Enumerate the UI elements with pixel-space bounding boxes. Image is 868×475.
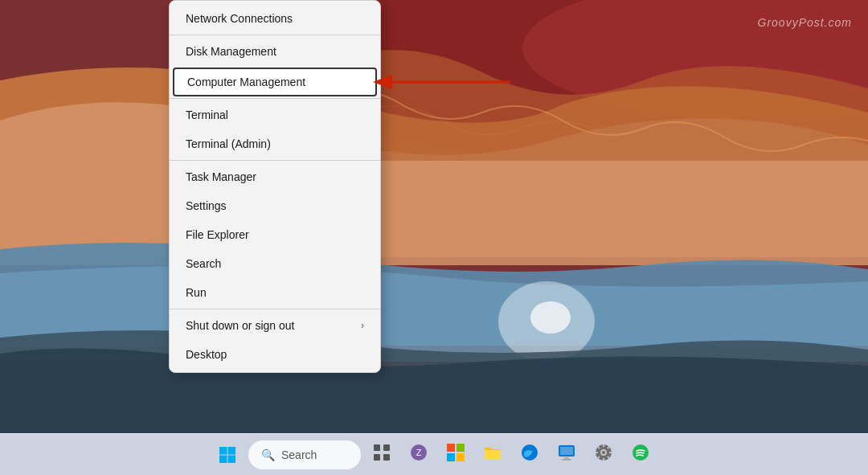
chat-button[interactable]: Z bbox=[403, 439, 435, 471]
svg-rect-24 bbox=[564, 457, 569, 459]
menu-separator-1 bbox=[170, 35, 380, 35]
svg-rect-11 bbox=[374, 444, 380, 451]
menu-item-settings[interactable]: Settings bbox=[170, 191, 380, 220]
svg-rect-20 bbox=[457, 453, 465, 461]
menu-item-terminal[interactable]: Terminal bbox=[170, 100, 380, 129]
svg-rect-19 bbox=[447, 453, 455, 461]
menu-item-desktop[interactable]: Desktop bbox=[170, 340, 380, 369]
svg-rect-25 bbox=[562, 459, 571, 461]
annotation-arrow bbox=[370, 66, 514, 101]
task-view-icon bbox=[373, 444, 391, 465]
red-arrow-svg bbox=[370, 66, 514, 98]
menu-item-task-manager[interactable]: Task Manager bbox=[170, 162, 380, 191]
svg-rect-14 bbox=[383, 454, 390, 461]
file-explorer-button[interactable] bbox=[477, 439, 509, 471]
settings-icon bbox=[594, 443, 613, 467]
menu-item-search[interactable]: Search bbox=[170, 249, 380, 278]
edge-icon bbox=[520, 443, 539, 467]
menu-item-shut-down[interactable]: Shut down or sign out › bbox=[170, 311, 380, 340]
chat-icon: Z bbox=[409, 443, 428, 467]
submenu-arrow-icon: › bbox=[361, 320, 364, 331]
search-icon: 🔍 bbox=[261, 448, 275, 461]
svg-rect-9 bbox=[219, 455, 227, 463]
remote-desktop-button[interactable] bbox=[551, 439, 583, 471]
taskbar: 🔍 Search Z bbox=[0, 433, 868, 475]
microsoft-store-icon bbox=[446, 443, 465, 467]
microsoft-store-button[interactable] bbox=[440, 439, 472, 471]
menu-item-run[interactable]: Run bbox=[170, 278, 380, 307]
taskbar-search[interactable]: 🔍 Search bbox=[248, 440, 361, 469]
spotify-icon bbox=[631, 443, 650, 467]
menu-item-file-explorer[interactable]: File Explorer bbox=[170, 220, 380, 249]
svg-rect-13 bbox=[374, 454, 380, 461]
spotify-button[interactable] bbox=[624, 439, 657, 471]
svg-rect-7 bbox=[219, 447, 227, 455]
svg-rect-21 bbox=[485, 450, 501, 459]
svg-text:Z: Z bbox=[416, 448, 422, 457]
file-explorer-icon bbox=[483, 443, 502, 467]
svg-rect-12 bbox=[383, 444, 390, 451]
svg-rect-8 bbox=[228, 447, 236, 455]
svg-rect-26 bbox=[560, 447, 573, 455]
edge-button[interactable] bbox=[514, 439, 546, 471]
watermark: GroovyPost.com bbox=[758, 16, 852, 29]
menu-separator-2 bbox=[170, 98, 380, 99]
menu-item-network-connections[interactable]: Network Connections bbox=[170, 4, 380, 33]
taskbar-search-label: Search bbox=[281, 448, 317, 461]
svg-rect-10 bbox=[228, 455, 236, 463]
taskbar-center: 🔍 Search Z bbox=[211, 439, 657, 471]
windows-logo-icon bbox=[218, 445, 237, 465]
menu-item-computer-management[interactable]: Computer Management bbox=[173, 68, 377, 96]
menu-separator-3 bbox=[170, 160, 380, 161]
context-menu: Network Connections Disk Management Comp… bbox=[169, 0, 381, 373]
menu-item-terminal-admin[interactable]: Terminal (Admin) bbox=[170, 129, 380, 158]
svg-point-29 bbox=[602, 451, 605, 454]
svg-point-4 bbox=[530, 301, 571, 334]
settings-button[interactable] bbox=[588, 439, 620, 471]
svg-rect-17 bbox=[447, 444, 455, 452]
task-view-button[interactable] bbox=[366, 439, 398, 471]
svg-rect-18 bbox=[457, 444, 465, 452]
start-button[interactable] bbox=[211, 439, 244, 471]
remote-desktop-icon bbox=[557, 443, 576, 467]
menu-item-disk-management[interactable]: Disk Management bbox=[170, 37, 380, 66]
menu-separator-4 bbox=[170, 309, 380, 309]
